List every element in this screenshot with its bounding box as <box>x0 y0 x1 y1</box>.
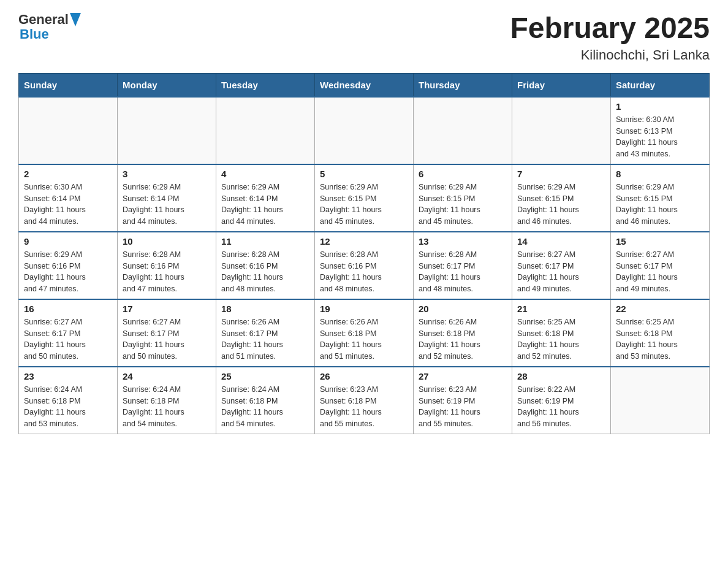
calendar-header-saturday: Saturday <box>611 73 710 97</box>
day-number: 7 <box>517 169 605 179</box>
calendar-cell: 16Sunrise: 6:27 AM Sunset: 6:17 PM Dayli… <box>19 299 118 367</box>
calendar-cell: 6Sunrise: 6:29 AM Sunset: 6:15 PM Daylig… <box>414 164 512 232</box>
day-info: Sunrise: 6:27 AM Sunset: 6:17 PM Dayligh… <box>616 249 704 295</box>
svg-marker-0 <box>70 13 81 26</box>
day-number: 25 <box>221 371 309 381</box>
day-number: 26 <box>320 371 408 381</box>
calendar-cell: 25Sunrise: 6:24 AM Sunset: 6:18 PM Dayli… <box>216 367 315 434</box>
calendar-cell: 5Sunrise: 6:29 AM Sunset: 6:15 PM Daylig… <box>315 164 414 232</box>
day-number: 11 <box>221 236 309 247</box>
calendar-cell: 20Sunrise: 6:26 AM Sunset: 6:18 PM Dayli… <box>414 299 512 367</box>
calendar-cell <box>315 97 414 164</box>
day-number: 9 <box>24 236 112 247</box>
day-info: Sunrise: 6:28 AM Sunset: 6:16 PM Dayligh… <box>221 249 309 295</box>
logo-triangle-icon <box>70 13 81 26</box>
day-info: Sunrise: 6:30 AM Sunset: 6:13 PM Dayligh… <box>616 114 704 160</box>
calendar-cell: 8Sunrise: 6:29 AM Sunset: 6:15 PM Daylig… <box>611 164 710 232</box>
calendar-cell <box>216 97 315 164</box>
calendar-cell: 3Sunrise: 6:29 AM Sunset: 6:14 PM Daylig… <box>118 164 216 232</box>
day-info: Sunrise: 6:22 AM Sunset: 6:19 PM Dayligh… <box>517 384 605 430</box>
calendar-header-friday: Friday <box>512 73 611 97</box>
calendar-cell <box>19 97 118 164</box>
day-number: 18 <box>221 304 309 314</box>
day-number: 2 <box>24 169 112 179</box>
day-number: 17 <box>123 304 211 314</box>
calendar-cell: 28Sunrise: 6:22 AM Sunset: 6:19 PM Dayli… <box>512 367 611 434</box>
day-number: 24 <box>123 371 211 381</box>
calendar-cell: 15Sunrise: 6:27 AM Sunset: 6:17 PM Dayli… <box>611 232 710 299</box>
day-info: Sunrise: 6:26 AM Sunset: 6:17 PM Dayligh… <box>221 316 309 362</box>
day-info: Sunrise: 6:29 AM Sunset: 6:15 PM Dayligh… <box>616 182 704 228</box>
day-number: 20 <box>419 304 507 314</box>
day-info: Sunrise: 6:26 AM Sunset: 6:18 PM Dayligh… <box>320 316 408 362</box>
day-info: Sunrise: 6:28 AM Sunset: 6:16 PM Dayligh… <box>123 249 211 295</box>
day-number: 1 <box>616 101 704 112</box>
day-info: Sunrise: 6:25 AM Sunset: 6:18 PM Dayligh… <box>517 316 605 362</box>
day-number: 19 <box>320 304 408 314</box>
day-number: 21 <box>517 304 605 314</box>
calendar-table: SundayMondayTuesdayWednesdayThursdayFrid… <box>18 73 710 434</box>
day-number: 8 <box>616 169 704 179</box>
logo: General Blue <box>18 12 81 42</box>
week-row-3: 9Sunrise: 6:29 AM Sunset: 6:16 PM Daylig… <box>19 232 710 299</box>
day-number: 6 <box>419 169 507 179</box>
calendar-cell: 23Sunrise: 6:24 AM Sunset: 6:18 PM Dayli… <box>19 367 118 434</box>
day-info: Sunrise: 6:29 AM Sunset: 6:14 PM Dayligh… <box>123 182 211 228</box>
calendar-cell: 17Sunrise: 6:27 AM Sunset: 6:17 PM Dayli… <box>118 299 216 367</box>
calendar-cell <box>512 97 611 164</box>
day-info: Sunrise: 6:28 AM Sunset: 6:17 PM Dayligh… <box>419 249 507 295</box>
calendar-cell: 7Sunrise: 6:29 AM Sunset: 6:15 PM Daylig… <box>512 164 611 232</box>
day-info: Sunrise: 6:25 AM Sunset: 6:18 PM Dayligh… <box>616 316 704 362</box>
calendar-cell: 11Sunrise: 6:28 AM Sunset: 6:16 PM Dayli… <box>216 232 315 299</box>
calendar-header-wednesday: Wednesday <box>315 73 414 97</box>
calendar-cell: 9Sunrise: 6:29 AM Sunset: 6:16 PM Daylig… <box>19 232 118 299</box>
day-info: Sunrise: 6:29 AM Sunset: 6:16 PM Dayligh… <box>24 249 112 295</box>
day-info: Sunrise: 6:29 AM Sunset: 6:14 PM Dayligh… <box>221 182 309 228</box>
day-number: 3 <box>123 169 211 179</box>
calendar-cell <box>414 97 512 164</box>
calendar-cell: 18Sunrise: 6:26 AM Sunset: 6:17 PM Dayli… <box>216 299 315 367</box>
day-info: Sunrise: 6:26 AM Sunset: 6:18 PM Dayligh… <box>419 316 507 362</box>
day-info: Sunrise: 6:24 AM Sunset: 6:18 PM Dayligh… <box>24 384 112 430</box>
title-block: February 2025 Kilinochchi, Sri Lanka <box>510 12 710 63</box>
day-number: 22 <box>616 304 704 314</box>
calendar-cell: 13Sunrise: 6:28 AM Sunset: 6:17 PM Dayli… <box>414 232 512 299</box>
day-info: Sunrise: 6:24 AM Sunset: 6:18 PM Dayligh… <box>123 384 211 430</box>
calendar-header-row: SundayMondayTuesdayWednesdayThursdayFrid… <box>19 73 710 97</box>
day-info: Sunrise: 6:23 AM Sunset: 6:18 PM Dayligh… <box>320 384 408 430</box>
day-number: 16 <box>24 304 112 314</box>
calendar-cell: 26Sunrise: 6:23 AM Sunset: 6:18 PM Dayli… <box>315 367 414 434</box>
calendar-cell: 1Sunrise: 6:30 AM Sunset: 6:13 PM Daylig… <box>611 97 710 164</box>
day-number: 5 <box>320 169 408 179</box>
calendar-cell: 19Sunrise: 6:26 AM Sunset: 6:18 PM Dayli… <box>315 299 414 367</box>
day-info: Sunrise: 6:24 AM Sunset: 6:18 PM Dayligh… <box>221 384 309 430</box>
day-number: 14 <box>517 236 605 247</box>
calendar-cell: 22Sunrise: 6:25 AM Sunset: 6:18 PM Dayli… <box>611 299 710 367</box>
day-number: 13 <box>419 236 507 247</box>
day-number: 15 <box>616 236 704 247</box>
week-row-1: 1Sunrise: 6:30 AM Sunset: 6:13 PM Daylig… <box>19 97 710 164</box>
logo-general-text: General <box>18 12 69 27</box>
page-subtitle: Kilinochchi, Sri Lanka <box>510 47 710 63</box>
calendar-cell <box>118 97 216 164</box>
day-info: Sunrise: 6:28 AM Sunset: 6:16 PM Dayligh… <box>320 249 408 295</box>
week-row-2: 2Sunrise: 6:30 AM Sunset: 6:14 PM Daylig… <box>19 164 710 232</box>
day-info: Sunrise: 6:29 AM Sunset: 6:15 PM Dayligh… <box>320 182 408 228</box>
day-number: 12 <box>320 236 408 247</box>
day-number: 10 <box>123 236 211 247</box>
calendar-header-monday: Monday <box>118 73 216 97</box>
page-title: February 2025 <box>510 12 710 45</box>
day-number: 23 <box>24 371 112 381</box>
day-info: Sunrise: 6:29 AM Sunset: 6:15 PM Dayligh… <box>419 182 507 228</box>
day-info: Sunrise: 6:27 AM Sunset: 6:17 PM Dayligh… <box>24 316 112 362</box>
calendar-cell: 10Sunrise: 6:28 AM Sunset: 6:16 PM Dayli… <box>118 232 216 299</box>
calendar-cell: 4Sunrise: 6:29 AM Sunset: 6:14 PM Daylig… <box>216 164 315 232</box>
day-info: Sunrise: 6:23 AM Sunset: 6:19 PM Dayligh… <box>419 384 507 430</box>
day-info: Sunrise: 6:27 AM Sunset: 6:17 PM Dayligh… <box>123 316 211 362</box>
calendar-header-thursday: Thursday <box>414 73 512 97</box>
day-number: 28 <box>517 371 605 381</box>
calendar-cell <box>611 367 710 434</box>
logo-blue-text: Blue <box>20 27 81 42</box>
calendar-cell: 24Sunrise: 6:24 AM Sunset: 6:18 PM Dayli… <box>118 367 216 434</box>
calendar-cell: 27Sunrise: 6:23 AM Sunset: 6:19 PM Dayli… <box>414 367 512 434</box>
